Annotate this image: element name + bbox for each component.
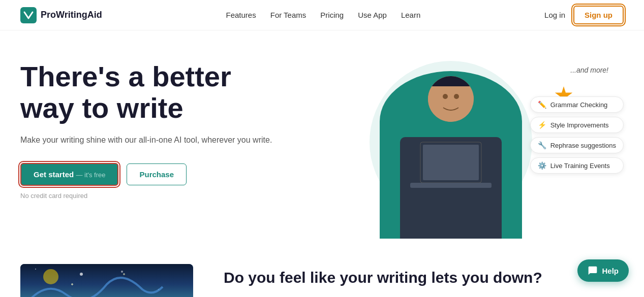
bottom-text: Do you feel like your writing lets you d… — [224, 264, 542, 286]
hero-section: There's a better way to write Make your … — [0, 30, 644, 254]
starry-svg — [20, 264, 193, 297]
get-started-suffix: — it's free — [76, 171, 105, 179]
training-icon: ⚙️ — [538, 161, 546, 170]
svg-point-3 — [454, 94, 459, 99]
laptop-svg — [400, 137, 502, 208]
hero-left: There's a better way to write Make your … — [20, 56, 272, 200]
navigation: ProWritingAid Features For Teams Pricing… — [0, 0, 644, 30]
logo-link[interactable]: ProWritingAid — [20, 7, 102, 23]
and-more-label: ...and more! — [570, 66, 608, 74]
style-label: Style Improvements — [550, 121, 609, 129]
svg-point-11 — [35, 269, 36, 270]
svg-rect-6 — [423, 145, 479, 180]
chat-icon — [588, 266, 598, 276]
nav-use-app[interactable]: Use App — [358, 11, 387, 19]
feature-pill-training: ⚙️ Live Training Events — [530, 157, 624, 174]
grammar-label: Grammar Checking — [550, 101, 608, 109]
svg-point-8 — [43, 269, 58, 284]
feature-pill-style: ⚡ Style Improvements — [530, 117, 624, 133]
nav-links: Features For Teams Pricing Use App Learn — [226, 11, 421, 20]
svg-point-2 — [443, 94, 448, 99]
hero-illustration: ...and more! — [339, 56, 624, 239]
hero-subtitle: Make your writing shine with our all-in-… — [20, 134, 272, 147]
svg-point-10 — [121, 271, 123, 273]
feature-pill-grammar: ✏️ Grammar Checking — [530, 96, 624, 113]
purchase-button[interactable]: Purchase — [127, 163, 187, 185]
nav-learn[interactable]: Learn — [401, 11, 420, 19]
person-face-svg — [428, 76, 474, 122]
nav-pricing[interactable]: Pricing — [320, 11, 344, 19]
hero-buttons: Get started — it's free Purchase — [20, 163, 272, 186]
person-body — [400, 137, 502, 239]
style-icon: ⚡ — [538, 121, 546, 129]
svg-point-9 — [80, 273, 83, 276]
hero-title: There's a better way to write — [20, 61, 272, 123]
bottom-section: Do you feel like your writing lets you d… — [0, 254, 644, 297]
grammar-icon: ✏️ — [538, 101, 546, 109]
rephrase-icon: 🔧 — [538, 141, 546, 149]
bottom-image — [20, 264, 193, 297]
login-link[interactable]: Log in — [544, 11, 565, 19]
get-started-button[interactable]: Get started — it's free — [20, 163, 118, 186]
help-button[interactable]: Help — [577, 259, 629, 282]
svg-rect-0 — [20, 7, 37, 23]
get-started-label: Get started — [34, 170, 74, 179]
nav-for-teams[interactable]: For Teams — [270, 11, 306, 19]
rephrase-label: Rephrase suggestions — [550, 142, 616, 149]
person-figure — [380, 71, 522, 239]
bottom-heading: Do you feel like your writing lets you d… — [224, 269, 542, 286]
svg-rect-7 — [410, 183, 492, 188]
signup-button[interactable]: Sign up — [573, 6, 624, 24]
training-label: Live Training Events — [550, 162, 610, 170]
feature-pill-rephrase: 🔧 Rephrase suggestions — [530, 137, 624, 153]
logo-text: ProWritingAid — [41, 10, 102, 20]
person-head — [428, 76, 474, 122]
nav-features[interactable]: Features — [226, 11, 256, 19]
no-credit-card-text: No credit card required — [20, 192, 272, 200]
feature-pills: ✏️ Grammar Checking ⚡ Style Improvements… — [530, 96, 624, 174]
logo-icon — [20, 7, 37, 23]
help-label: Help — [602, 267, 619, 275]
nav-right: Log in Sign up — [544, 6, 624, 24]
starry-night-image — [20, 264, 193, 297]
